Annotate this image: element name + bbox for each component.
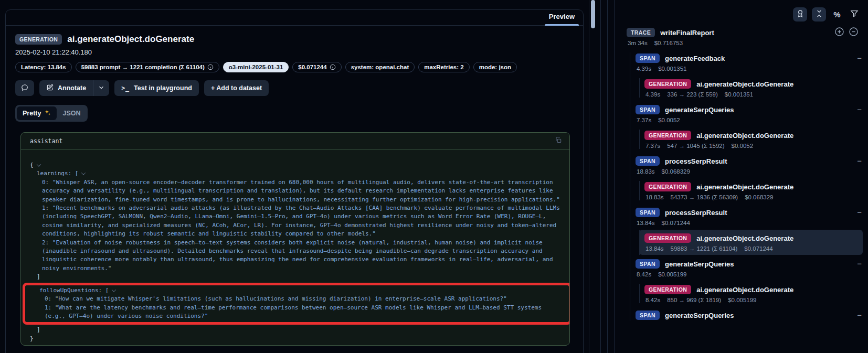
collapse-node-icon[interactable]: − <box>857 52 862 64</box>
percent-icon: % <box>833 10 840 19</box>
generation-row[interactable]: GENERATION ai.generateObject.doGenerate … <box>644 130 863 149</box>
span-row[interactable]: SPAN generateSerpQueries − 8.42s$0.00519… <box>636 258 863 277</box>
observation-type-badge: GENERATION <box>15 34 62 45</box>
copy-icon[interactable] <box>555 136 562 146</box>
generation-badge: GENERATION <box>644 131 691 140</box>
annotate-dropdown-button[interactable] <box>93 80 109 96</box>
tab-preview-label: Preview <box>549 13 575 20</box>
filter-button[interactable] <box>848 8 861 21</box>
add-to-dataset-button[interactable]: + Add to dataset <box>204 80 269 96</box>
trace-tree-panel: % TRACE writeFinalReport 3m 34s$0.716753… <box>589 0 868 353</box>
trace-badge: TRACE <box>627 28 655 37</box>
pen-square-icon <box>46 84 54 93</box>
json-open-brace: { <box>30 161 561 169</box>
generation-badge: GENERATION <box>644 233 691 243</box>
followup-questions-highlight-box: followUpQuestions: [ 0: "How can we miti… <box>23 283 570 325</box>
metadata-pills: Latency: 13.84s 59883 prompt → 1221 comp… <box>15 62 569 72</box>
funnel-icon <box>850 9 859 20</box>
json-learning-item: 1: "Recent benchmarks on adversarial aud… <box>30 204 561 239</box>
json-learnings-key: learnings: [ <box>30 169 561 178</box>
tab-active-underline <box>545 24 579 26</box>
collapse-node-icon[interactable]: − <box>857 258 862 270</box>
json-followup-item: 1: "What are the latency benchmarks and … <box>33 304 562 321</box>
observation-detail-panel: Preview GENERATION ai.generateObject.doG… <box>5 9 584 353</box>
span-row[interactable]: SPAN generateSerpQueries − 7.37s$0.0052 <box>636 104 863 123</box>
system-pill: system: openai.chat <box>345 62 415 72</box>
span-row[interactable]: SPAN generateFeedback − 4.39s$0.001351 <box>636 52 863 72</box>
generation-row-selected[interactable]: GENERATION ai.generateObject.doGenerate … <box>639 230 863 255</box>
model-pill[interactable]: o3-mini-2025-01-31 <box>223 62 289 72</box>
comment-icon <box>21 84 28 93</box>
trace-tree: TRACE writeFinalReport 3m 34s$0.716753 S… <box>627 27 863 327</box>
chevron-down-icon[interactable] <box>81 171 86 175</box>
page-title: ai.generateObject.doGenerate <box>67 34 194 45</box>
sparkles-icon <box>44 109 51 117</box>
add-to-dataset-label: + Add to dataset <box>211 84 262 92</box>
collapse-all-button[interactable] <box>812 7 826 22</box>
message-role-label: assistant <box>30 137 62 145</box>
generation-badge: GENERATION <box>644 182 691 191</box>
toggle-pretty[interactable]: Pretty <box>17 106 57 120</box>
mode-pill: mode: json <box>473 62 517 72</box>
span-badge: SPAN <box>636 105 660 114</box>
annotate-label: Annotate <box>58 84 86 92</box>
show-percentages-button[interactable]: % <box>831 8 843 21</box>
collapse-vertical-icon <box>815 9 823 20</box>
annotate-button[interactable]: Annotate <box>39 80 93 96</box>
observation-timestamp: 2025-02-10 21:22:40.180 <box>15 48 569 56</box>
generation-row[interactable]: GENERATION ai.generateObject.doGenerate … <box>644 181 863 200</box>
cost-pill: $0.071244 <box>292 62 341 72</box>
max-retries-pill: maxRetries: 2 <box>418 62 469 72</box>
json-close-bracket: ] <box>30 273 561 281</box>
json-learning-item: 2: "Evaluation of noise robustness in sp… <box>30 239 561 273</box>
duration: 3m 34s <box>628 40 648 46</box>
annotations-toggle-button[interactable] <box>793 7 807 22</box>
generation-row[interactable]: GENERATION ai.generateObject.doGenerate … <box>644 78 863 98</box>
json-followup-item: 0: "How can we mitigate Whisper's limita… <box>33 295 562 303</box>
generation-row[interactable]: GENERATION ai.generateObject.doGenerate … <box>644 284 863 303</box>
assistant-message-block: assistant { learnings: [ 0: "Whisper ASR… <box>20 132 570 346</box>
json-close-bracket: ] <box>30 326 561 334</box>
span-badge: SPAN <box>636 259 660 269</box>
preview-tabbar: Preview <box>6 10 583 26</box>
award-icon <box>796 9 805 20</box>
chevron-down-icon[interactable] <box>112 287 116 292</box>
span-badge: SPAN <box>636 311 660 320</box>
scrollbar-thumb[interactable] <box>591 0 595 28</box>
span-row[interactable]: SPAN processSerpResult − 13.84s$0.071244 <box>636 207 863 226</box>
comment-button[interactable] <box>15 80 34 96</box>
span-row[interactable]: SPAN processSerpResult − 18.83s$0.068329 <box>636 155 863 175</box>
test-in-playground-button[interactable]: >_ Test in playground <box>114 80 199 96</box>
span-badge: SPAN <box>636 54 660 63</box>
cost: $0.716753 <box>654 40 683 46</box>
collapse-node-icon[interactable]: − <box>857 207 862 218</box>
json-pretty-view: { learnings: [ 0: "Whisper ASR, an open-… <box>21 150 569 346</box>
json-close-brace: } <box>30 335 561 343</box>
tree-guide-line <box>614 0 615 353</box>
tree-guide-line <box>600 0 601 353</box>
span-badge: SPAN <box>636 156 660 166</box>
generation-badge: GENERATION <box>644 285 691 294</box>
info-icon[interactable] <box>330 64 336 70</box>
span-badge: SPAN <box>636 208 660 217</box>
info-icon[interactable] <box>207 64 214 70</box>
annotate-split-button: Annotate <box>39 80 109 96</box>
span-row[interactable]: SPAN generateSerpQueries − <box>636 309 863 321</box>
trace-root-row[interactable]: TRACE writeFinalReport 3m 34s$0.716753 <box>627 27 863 46</box>
terminal-prompt-icon: >_ <box>121 84 130 92</box>
json-followup-key: followUpQuestions: [ <box>33 286 562 295</box>
collapse-node-icon[interactable]: − <box>857 309 862 321</box>
view-mode-toggle: Pretty JSON <box>15 105 88 122</box>
toggle-json[interactable]: JSON <box>57 106 86 120</box>
chevron-down-icon[interactable] <box>36 162 40 166</box>
generation-badge: GENERATION <box>644 79 691 89</box>
chevron-down-icon <box>98 84 105 93</box>
token-usage-pill: 59883 prompt → 1221 completion (Σ 61104) <box>76 62 219 72</box>
collapse-node-icon[interactable]: − <box>857 155 862 167</box>
json-learning-item: 0: "Whisper ASR, an open-source encoder–… <box>30 178 561 204</box>
latency-pill: Latency: 13.84s <box>15 62 72 72</box>
collapse-node-icon[interactable]: − <box>857 104 862 115</box>
tab-preview[interactable]: Preview <box>542 10 582 25</box>
tree-guide-line <box>607 0 608 353</box>
playground-label: Test in playground <box>134 84 192 92</box>
